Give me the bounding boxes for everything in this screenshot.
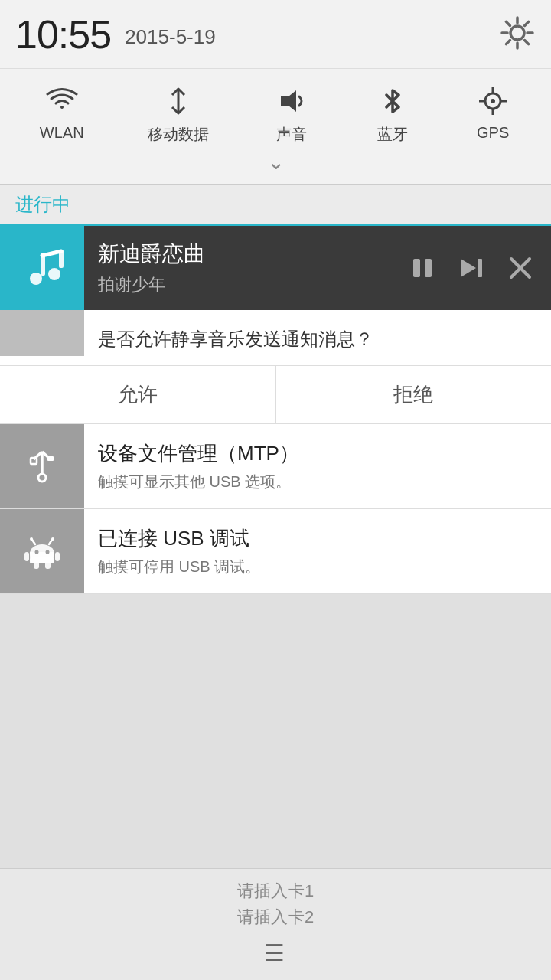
permission-question: 是否允许静享音乐发送通知消息？ <box>84 310 551 365</box>
quick-icons-row: WLAN 移动数据 <box>0 83 551 145</box>
music-controls <box>407 253 551 283</box>
bluetooth-label: 蓝牙 <box>377 124 408 145</box>
svg-line-39 <box>32 540 35 544</box>
svg-line-41 <box>49 540 52 544</box>
wifi-icon <box>44 83 80 119</box>
gps-label: GPS <box>477 124 509 142</box>
menu-icon: ☰ <box>264 940 288 965</box>
pause-button[interactable] <box>407 253 438 283</box>
sound-icon <box>273 83 310 119</box>
svg-rect-33 <box>47 456 54 461</box>
deny-button[interactable]: 拒绝 <box>276 366 552 423</box>
svg-point-17 <box>30 273 42 285</box>
mtp-subtitle: 触摸可显示其他 USB 选项。 <box>98 472 537 492</box>
time-display: 10:55 <box>15 11 111 57</box>
status-bar: 10:55 2015-5-19 <box>0 0 551 69</box>
allow-button[interactable]: 允许 <box>0 366 276 423</box>
svg-line-6 <box>525 40 529 44</box>
quick-item-wlan[interactable]: WLAN <box>40 83 84 142</box>
music-title: 新迪爵恋曲 <box>98 240 393 269</box>
svg-point-38 <box>46 550 50 554</box>
svg-rect-32 <box>31 458 37 464</box>
svg-rect-46 <box>45 561 51 569</box>
svg-rect-45 <box>34 561 39 569</box>
expand-quick-settings[interactable]: ⌄ <box>0 145 551 178</box>
sim1-text: 请插入卡1 <box>237 880 314 903</box>
svg-rect-43 <box>24 552 29 561</box>
chevron-down-icon: ⌄ <box>267 149 285 175</box>
sim2-text: 请插入卡2 <box>237 906 314 929</box>
svg-point-37 <box>35 550 39 554</box>
sound-label: 声音 <box>276 124 307 145</box>
close-music-button[interactable] <box>505 253 536 283</box>
permission-notification: 是否允许静享音乐发送通知消息？ 允许 拒绝 <box>0 310 551 424</box>
svg-point-40 <box>30 537 33 541</box>
permission-buttons: 允许 拒绝 <box>0 365 551 423</box>
svg-rect-36 <box>30 557 54 563</box>
svg-rect-23 <box>425 259 432 277</box>
gps-icon <box>474 83 511 119</box>
svg-line-21 <box>42 251 61 256</box>
svg-point-29 <box>38 474 46 482</box>
bottom-bar: 请插入卡1 请插入卡2 ☰ <box>0 868 551 980</box>
date-display: 2015-5-19 <box>125 25 216 49</box>
svg-point-18 <box>48 268 60 280</box>
next-button[interactable] <box>456 253 487 283</box>
svg-rect-25 <box>478 259 482 277</box>
svg-marker-24 <box>461 259 476 277</box>
quick-item-bluetooth[interactable]: 蓝牙 <box>374 83 411 145</box>
music-notification[interactable]: 新迪爵恋曲 拍谢少年 <box>0 226 551 310</box>
music-info: 新迪爵恋曲 拍谢少年 <box>84 240 407 296</box>
section-ongoing-header: 进行中 <box>0 185 551 226</box>
main-content: WLAN 移动数据 <box>0 69 551 980</box>
mtp-icon <box>0 424 84 508</box>
quick-item-gps[interactable]: GPS <box>474 83 511 142</box>
bluetooth-icon <box>374 83 411 119</box>
ongoing-label: 进行中 <box>15 194 70 214</box>
svg-point-42 <box>51 537 54 541</box>
svg-marker-10 <box>281 90 296 112</box>
mtp-info: 设备文件管理（MTP） 触摸可显示其他 USB 选项。 <box>84 426 551 506</box>
svg-line-5 <box>506 21 510 25</box>
usb-debug-info: 已连接 USB 调试 触摸可停用 USB 调试。 <box>84 511 551 591</box>
usb-debug-notification[interactable]: 已连接 USB 调试 触摸可停用 USB 调试。 <box>0 509 551 594</box>
settings-icon[interactable] <box>499 15 536 54</box>
nav-bar[interactable]: ☰ <box>264 939 288 966</box>
quick-settings-panel: WLAN 移动数据 <box>0 69 551 185</box>
quick-item-mobile-data[interactable]: 移动数据 <box>148 83 209 145</box>
svg-rect-22 <box>413 259 420 277</box>
wlan-label: WLAN <box>40 124 84 142</box>
svg-line-7 <box>525 21 529 25</box>
mtp-title: 设备文件管理（MTP） <box>98 440 537 467</box>
music-artist: 拍谢少年 <box>98 273 393 296</box>
permission-icon-area <box>0 310 84 356</box>
usb-debug-icon <box>0 509 84 593</box>
usb-subtitle: 触摸可停用 USB 调试。 <box>98 557 537 577</box>
music-app-icon <box>0 226 84 310</box>
svg-point-12 <box>491 99 495 103</box>
svg-point-0 <box>510 26 524 40</box>
mobile-data-label: 移动数据 <box>148 124 209 145</box>
mobile-data-icon <box>160 83 197 119</box>
mtp-notification[interactable]: 设备文件管理（MTP） 触摸可显示其他 USB 选项。 <box>0 424 551 509</box>
permission-row: 是否允许静享音乐发送通知消息？ <box>0 310 551 365</box>
usb-title: 已连接 USB 调试 <box>98 525 537 552</box>
quick-item-sound[interactable]: 声音 <box>273 83 310 145</box>
sim-info: 请插入卡1 请插入卡2 <box>237 880 314 929</box>
svg-line-8 <box>506 40 510 44</box>
svg-rect-44 <box>55 552 60 561</box>
